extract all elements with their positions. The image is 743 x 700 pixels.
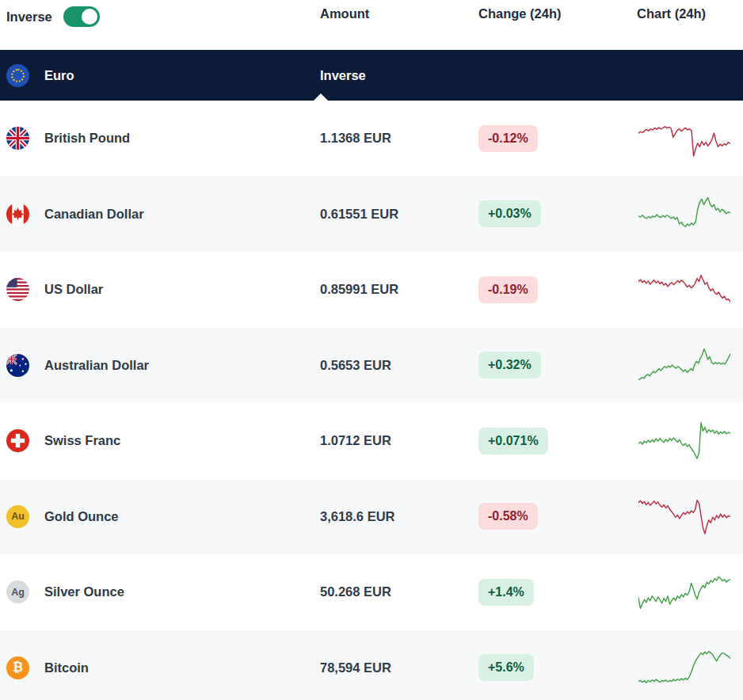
silver-ag-icon: Ag: [6, 580, 29, 603]
flag-usd-icon: [6, 278, 29, 301]
asset-amount: 0.85991 EUR: [320, 282, 478, 297]
asset-amount: 0.61551 EUR: [320, 207, 478, 222]
table-row-bitcoin[interactable]: ₿ Bitcoin 78,594 EUR +5.6%: [0, 630, 743, 700]
asset-name: Swiss Franc: [44, 433, 320, 448]
change-badge: -0.12%: [478, 125, 538, 152]
sparkline-chart: [638, 342, 730, 388]
asset-amount: 1.0712 EUR: [320, 433, 478, 448]
base-currency-name: Euro: [44, 68, 320, 83]
toggle-knob-icon: [82, 9, 97, 25]
asset-amount: 78,594 EUR: [320, 660, 478, 675]
band-inverse-label: Inverse: [320, 68, 478, 83]
table-row-us-dollar[interactable]: US Dollar 0.85991 EUR -0.19%: [0, 252, 743, 328]
asset-amount: 1.1368 EUR: [320, 131, 478, 146]
flag-eur-icon: [6, 64, 29, 87]
table-row-british-pound[interactable]: British Pound 1.1368 EUR -0.12%: [0, 101, 743, 177]
column-header-chart: Chart (24h): [637, 6, 743, 21]
sparkline-chart: [638, 267, 730, 313]
sparkline-chart: [638, 116, 730, 162]
eu-stars-icon: [11, 69, 25, 82]
gold-au-icon: Au: [6, 505, 29, 528]
column-header-change: Change (24h): [478, 6, 637, 21]
table-row-swiss-franc[interactable]: Swiss Franc 1.0712 EUR +0.071%: [0, 403, 743, 479]
change-badge: +1.4%: [478, 579, 534, 606]
sparkline-chart: [638, 645, 730, 690]
table-row-silver-ounce[interactable]: Ag Silver Ounce 50.268 EUR +1.4%: [0, 554, 743, 630]
flag-cad-icon: [6, 203, 29, 226]
asset-name: British Pound: [44, 131, 320, 146]
asset-amount: 3,618.6 EUR: [320, 509, 478, 524]
exchange-rates-widget: Inverse Amount Change (24h) Chart (24h) …: [0, 0, 743, 700]
asset-name: Canadian Dollar: [44, 207, 320, 222]
asset-amount: 0.5653 EUR: [320, 358, 478, 373]
flag-gbp-icon: [6, 127, 29, 150]
inverse-toggle-label: Inverse: [6, 10, 52, 25]
change-badge: -0.19%: [478, 276, 538, 303]
sparkline-chart: [638, 418, 730, 464]
sparkline-chart: [638, 493, 730, 539]
inverse-toggle[interactable]: [63, 6, 100, 27]
asset-amount: 50.268 EUR: [320, 584, 478, 599]
change-badge: +5.6%: [478, 654, 534, 681]
table-row-gold-ounce[interactable]: Au Gold Ounce 3,618.6 EUR -0.58%: [0, 479, 743, 555]
table-row-canadian-dollar[interactable]: Canadian Dollar 0.61551 EUR +0.03%: [0, 177, 743, 253]
column-header-amount: Amount: [320, 6, 478, 21]
flag-aud-icon: [6, 354, 29, 377]
rates-table-body: British Pound 1.1368 EUR -0.12% Canadian…: [0, 101, 743, 700]
asset-name: Bitcoin: [44, 660, 320, 675]
bitcoin-icon: ₿: [6, 656, 29, 679]
table-row-australian-dollar[interactable]: Australian Dollar 0.5653 EUR +0.32%: [0, 328, 743, 404]
flag-chf-icon: [6, 429, 29, 452]
change-badge: +0.03%: [478, 200, 541, 227]
caret-up-icon: [314, 93, 328, 101]
base-currency-row[interactable]: Euro Inverse: [0, 50, 743, 101]
sparkline-chart: [638, 569, 730, 615]
asset-name: US Dollar: [44, 282, 320, 297]
asset-name: Gold Ounce: [44, 509, 320, 524]
table-header: Inverse Amount Change (24h) Chart (24h): [0, 0, 743, 50]
change-badge: +0.071%: [478, 428, 548, 455]
change-badge: -0.58%: [478, 503, 538, 530]
sparkline-chart: [638, 191, 730, 237]
change-badge: +0.32%: [478, 352, 541, 379]
asset-name: Silver Ounce: [44, 584, 320, 599]
asset-name: Australian Dollar: [44, 358, 320, 373]
